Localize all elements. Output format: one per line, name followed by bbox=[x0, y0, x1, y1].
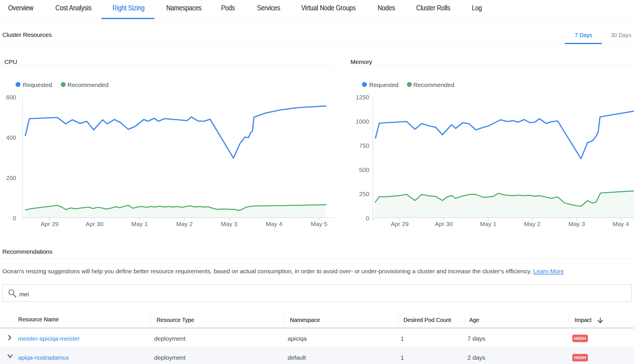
svg-text:May 2: May 2 bbox=[176, 221, 193, 227]
svg-text:400: 400 bbox=[6, 134, 16, 141]
svg-text:500: 500 bbox=[359, 166, 369, 173]
svg-text:250: 250 bbox=[359, 191, 369, 197]
svg-text:May 4: May 4 bbox=[612, 221, 629, 227]
svg-text:1000: 1000 bbox=[356, 118, 369, 125]
svg-text:200: 200 bbox=[6, 175, 16, 181]
svg-text:750: 750 bbox=[359, 142, 369, 149]
svg-text:May 1: May 1 bbox=[480, 221, 496, 227]
svg-text:0: 0 bbox=[13, 215, 16, 221]
svg-text:Apr 30: Apr 30 bbox=[86, 221, 103, 227]
svg-text:May 5: May 5 bbox=[311, 221, 327, 227]
svg-text:600: 600 bbox=[6, 94, 16, 101]
svg-text:May 2: May 2 bbox=[524, 221, 540, 227]
svg-text:May 1: May 1 bbox=[131, 221, 148, 227]
svg-text:0: 0 bbox=[366, 215, 369, 221]
svg-text:May 3: May 3 bbox=[221, 221, 237, 227]
svg-text:1250: 1250 bbox=[356, 94, 369, 101]
svg-text:Apr 30: Apr 30 bbox=[435, 221, 453, 227]
svg-text:May 4: May 4 bbox=[266, 221, 282, 227]
svg-text:Apr 29: Apr 29 bbox=[391, 221, 409, 227]
svg-text:Apr 29: Apr 29 bbox=[41, 221, 59, 227]
svg-text:May 3: May 3 bbox=[568, 221, 585, 227]
